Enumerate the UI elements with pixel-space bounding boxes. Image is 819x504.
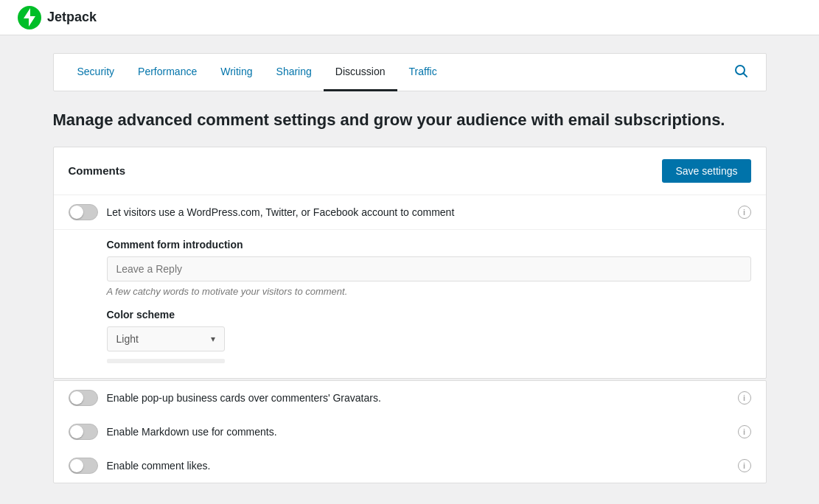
tab-performance[interactable]: Performance xyxy=(126,54,209,91)
nested-settings: Comment form introduction A few catchy w… xyxy=(54,230,766,378)
comment-form-hint: A few catchy words to motivate your visi… xyxy=(107,286,751,297)
search-icon[interactable] xyxy=(728,57,754,88)
color-scheme-select[interactable]: Light ▾ xyxy=(107,326,225,351)
app-header: Jetpack xyxy=(0,0,819,35)
tab-discussion[interactable]: Discussion xyxy=(324,54,397,91)
visitor-info-icon[interactable]: i xyxy=(738,206,751,219)
visitor-toggle[interactable] xyxy=(69,204,98,220)
page-container: Security Performance Writing Sharing Dis… xyxy=(41,35,778,503)
markdown-info-icon[interactable]: i xyxy=(738,425,751,438)
likes-toggle-row: Enable comment likes. i xyxy=(54,449,766,483)
gravatar-toggle[interactable] xyxy=(69,390,98,406)
tab-bar-wrapper: Security Performance Writing Sharing Dis… xyxy=(53,53,767,91)
card-header: Comments Save settings xyxy=(54,147,766,195)
app-logo: Jetpack xyxy=(18,6,97,29)
color-scheme-label: Color scheme xyxy=(107,309,751,321)
extra-toggles-card: Enable pop-up business cards over commen… xyxy=(53,380,767,483)
likes-toggle-label: Enable comment likes. xyxy=(107,460,729,472)
markdown-toggle[interactable] xyxy=(69,424,98,440)
page-title: Manage advanced comment settings and gro… xyxy=(53,109,767,132)
visitor-toggle-label: Let visitors use a WordPress.com, Twitte… xyxy=(107,206,729,218)
card-title: Comments xyxy=(69,164,126,177)
gravatar-toggle-label: Enable pop-up business cards over commen… xyxy=(107,392,729,404)
chevron-down-icon: ▾ xyxy=(211,334,215,344)
markdown-toggle-row: Enable Markdown use for comments. i xyxy=(54,415,766,449)
comments-card: Comments Save settings Let visitors use … xyxy=(53,147,767,379)
color-scheme-value: Light xyxy=(116,333,139,345)
visitor-toggle-row: Let visitors use a WordPress.com, Twitte… xyxy=(54,195,766,230)
jetpack-logo-icon xyxy=(18,6,41,29)
tab-sharing[interactable]: Sharing xyxy=(265,54,324,91)
tab-security[interactable]: Security xyxy=(66,54,127,91)
tab-traffic[interactable]: Traffic xyxy=(397,54,449,91)
save-settings-button[interactable]: Save settings xyxy=(662,159,750,183)
comment-form-label: Comment form introduction xyxy=(107,239,751,251)
gravatar-toggle-row: Enable pop-up business cards over commen… xyxy=(54,381,766,415)
tab-writing[interactable]: Writing xyxy=(209,54,264,91)
svg-line-2 xyxy=(743,73,747,77)
app-name: Jetpack xyxy=(47,10,97,25)
color-preview-bar xyxy=(107,359,225,363)
tab-bar: Security Performance Writing Sharing Dis… xyxy=(54,54,766,91)
gravatar-info-icon[interactable]: i xyxy=(738,391,751,405)
likes-info-icon[interactable]: i xyxy=(738,459,751,472)
comment-form-input[interactable] xyxy=(107,256,751,281)
markdown-toggle-label: Enable Markdown use for comments. xyxy=(107,426,729,438)
likes-toggle[interactable] xyxy=(69,458,98,474)
